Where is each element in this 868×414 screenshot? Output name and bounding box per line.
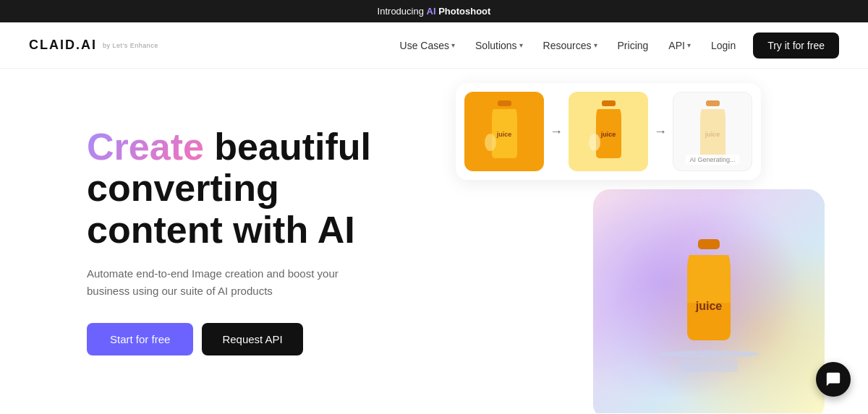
hero-subtitle: Automate end-to-end Image creation and b… xyxy=(87,265,362,300)
arrow-icon-1: → xyxy=(544,124,569,139)
hero-images: juice → juice → xyxy=(434,69,810,413)
source-image-1: juice xyxy=(464,92,544,171)
announcement-prefix: Introducing xyxy=(378,6,424,17)
logo-subtitle: by Let's Enhance xyxy=(103,42,158,49)
ai-generating-label: AI Generating... xyxy=(685,155,739,165)
svg-rect-0 xyxy=(498,100,511,106)
nav-label-resources: Resources xyxy=(543,40,592,51)
nav-label-solutions: Solutions xyxy=(475,40,517,51)
svg-text:juice: juice xyxy=(495,131,511,138)
chevron-down-icon: ▾ xyxy=(594,41,597,49)
nav-links: Use Cases ▾ Solutions ▾ Resources ▾ Pric… xyxy=(391,33,839,59)
nav-item-solutions[interactable]: Solutions ▾ xyxy=(467,34,532,57)
hero-main-image: juice xyxy=(593,189,825,413)
chevron-down-icon: ▾ xyxy=(451,41,455,49)
hero-bottle-svg: juice xyxy=(676,238,741,353)
nav-label-use-cases: Use Cases xyxy=(400,40,449,51)
navigation: CLAID.AI by Let's Enhance Use Cases ▾ So… xyxy=(0,22,868,69)
nav-item-pricing[interactable]: Pricing xyxy=(609,34,658,57)
chat-button[interactable] xyxy=(816,362,851,397)
source-image-3: juice AI Generating... xyxy=(673,92,752,171)
nav-login[interactable]: Login xyxy=(702,34,744,57)
svg-text:juice: juice xyxy=(695,300,723,312)
nav-cta-button[interactable]: Try it for free xyxy=(753,33,839,59)
hero-buttons: Start for free Request API xyxy=(87,323,405,355)
chevron-down-icon: ▾ xyxy=(687,41,691,49)
svg-rect-3 xyxy=(602,100,616,106)
request-api-button[interactable]: Request API xyxy=(202,323,302,355)
chevron-down-icon: ▾ xyxy=(519,41,523,49)
arrow-icon-2: → xyxy=(648,124,673,139)
hero-title-create: Create xyxy=(87,126,204,168)
hero-text: Create beautiful converting content with… xyxy=(87,126,434,355)
nav-label-api: API xyxy=(668,40,685,51)
main-content: Create beautiful converting content with… xyxy=(0,69,868,413)
logo[interactable]: CLAID.AI by Let's Enhance xyxy=(29,38,158,53)
image-processing-strip: juice → juice → xyxy=(456,83,761,180)
source-image-2: juice xyxy=(569,92,648,171)
svg-text:juice: juice xyxy=(600,131,616,138)
svg-text:juice: juice xyxy=(704,131,720,138)
svg-point-2 xyxy=(485,134,496,151)
hero-title: Create beautiful converting content with… xyxy=(87,126,405,251)
announcement-bar: Introducing AI Photoshoot xyxy=(0,0,868,22)
svg-rect-6 xyxy=(706,100,720,106)
logo-text: CLAID.AI xyxy=(29,38,97,53)
chat-icon xyxy=(825,371,841,387)
svg-rect-8 xyxy=(698,239,720,249)
announcement-bold: Photoshoot xyxy=(438,6,490,17)
nav-item-use-cases[interactable]: Use Cases ▾ xyxy=(391,34,464,57)
nav-item-resources[interactable]: Resources ▾ xyxy=(535,34,606,57)
start-for-free-button[interactable]: Start for free xyxy=(87,323,193,355)
nav-item-api[interactable]: API ▾ xyxy=(660,34,699,57)
nav-label-pricing: Pricing xyxy=(618,40,649,51)
svg-point-5 xyxy=(589,134,600,151)
announcement-highlight: AI xyxy=(427,6,439,17)
